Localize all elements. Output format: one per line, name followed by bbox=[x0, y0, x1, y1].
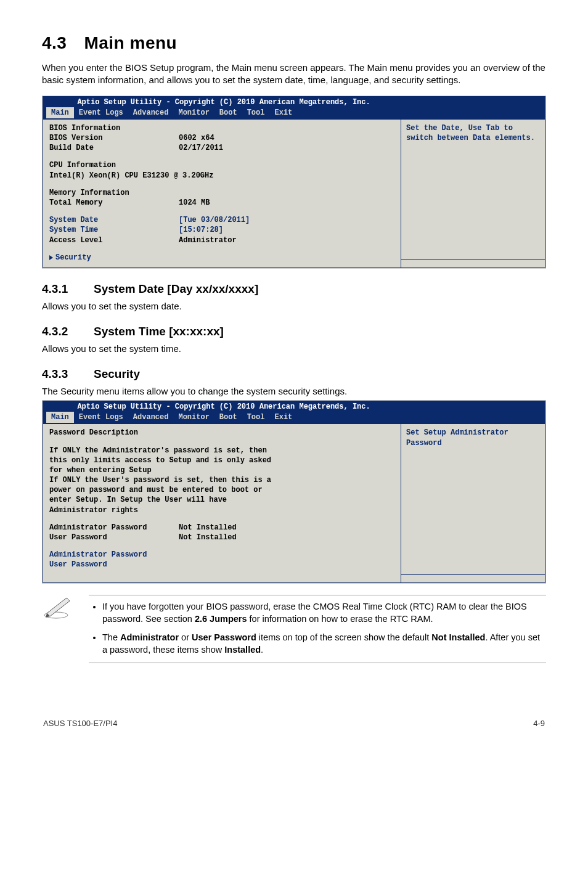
bios2-main-panel: Password Description If ONLY the Adminis… bbox=[43, 423, 401, 582]
note2-pre: The bbox=[102, 632, 120, 642]
note2-mid2: items on top of the screen show the defa… bbox=[256, 632, 432, 642]
system-date-label[interactable]: System Date bbox=[49, 215, 179, 225]
security-menu-label: Security bbox=[55, 253, 91, 262]
note1-bold: 2.6 Jumpers bbox=[195, 614, 247, 624]
user-password-menu-item[interactable]: User Password bbox=[49, 560, 394, 570]
bios-version-label: BIOS Version bbox=[49, 133, 179, 143]
subsection-431: 4.3.1System Date [Day xx/xx/xxxx] bbox=[42, 282, 546, 296]
subsection-431-text: Allows you to set the system date. bbox=[42, 301, 546, 311]
bios-help-text: Set the Date, Use Tab to switch between … bbox=[406, 123, 540, 257]
bios-tab-eventlogs[interactable]: Event Logs bbox=[74, 107, 128, 118]
subsection-433-num: 4.3.3 bbox=[42, 367, 94, 381]
note-pencil-icon bbox=[42, 595, 74, 623]
bios2-tab-tool[interactable]: Tool bbox=[242, 412, 270, 423]
subsection-432: 4.3.2System Time [xx:xx:xx] bbox=[42, 325, 546, 338]
user-password-value: Not Installed bbox=[179, 533, 394, 542]
password-description-title: Password Description bbox=[49, 428, 394, 438]
admin-password-menu-item[interactable]: Administrator Password bbox=[49, 550, 394, 560]
footer-right: 4-9 bbox=[533, 719, 545, 728]
subsection-432-text: Allows you to set the system time. bbox=[42, 343, 546, 354]
admin-password-value: Not Installed bbox=[179, 523, 394, 533]
bios-main-panel: BIOS Information BIOS Version0602 x64 Bu… bbox=[43, 119, 401, 268]
bios-tab-exit[interactable]: Exit bbox=[269, 107, 297, 118]
system-time-label[interactable]: System Time bbox=[49, 225, 179, 235]
build-date-label: Build Date bbox=[49, 143, 179, 153]
subsection-433-title: Security bbox=[94, 367, 140, 380]
bios2-help-panel: Set Setup Administrator Password bbox=[401, 423, 545, 582]
bios-tab-monitor[interactable]: Monitor bbox=[173, 107, 214, 118]
build-date-value: 02/17/2011 bbox=[179, 143, 394, 153]
total-memory-value: 1024 MB bbox=[179, 198, 394, 208]
cpu-model: Intel(R) Xeon(R) CPU E31230 @ 3.20GHz bbox=[49, 171, 394, 181]
bios2-tab-bar: Main Event Logs Advanced Monitor Boot To… bbox=[43, 412, 545, 423]
bios-keys-box bbox=[401, 259, 545, 268]
note-content: If you have forgotten your BIOS password… bbox=[89, 595, 546, 663]
total-memory-label: Total Memory bbox=[49, 198, 179, 208]
bios2-tab-advanced[interactable]: Advanced bbox=[128, 412, 174, 423]
user-password-label: User Password bbox=[49, 533, 179, 542]
mem-info-title: Memory Information bbox=[49, 188, 394, 198]
access-level-value: Administrator bbox=[179, 235, 394, 245]
section-number: 4.3 bbox=[42, 33, 67, 53]
note2-b3: Not Installed bbox=[431, 632, 485, 642]
bios-tab-tool[interactable]: Tool bbox=[242, 107, 270, 118]
note-box: If you have forgotten your BIOS password… bbox=[42, 595, 546, 663]
cpu-info-title: CPU Information bbox=[49, 160, 394, 170]
bios-info-title: BIOS Information bbox=[49, 123, 394, 133]
bios2-tab-exit[interactable]: Exit bbox=[269, 412, 297, 423]
subsection-431-title: System Date [Day xx/xx/xxxx] bbox=[94, 282, 258, 295]
system-time-value[interactable]: [15:07:28] bbox=[179, 225, 394, 235]
bios-screenshot-main: Aptio Setup Utility - Copyright (C) 2010… bbox=[42, 96, 546, 269]
subsection-431-num: 4.3.1 bbox=[42, 282, 94, 296]
note1-text-post: for information on how to erase the RTC … bbox=[247, 614, 433, 624]
bios2-keys-box bbox=[401, 574, 545, 582]
bios-help-panel: Set the Date, Use Tab to switch between … bbox=[401, 119, 545, 268]
subsection-432-num: 4.3.2 bbox=[42, 325, 94, 338]
triangle-right-icon bbox=[49, 255, 53, 260]
note-item-1: If you have forgotten your BIOS password… bbox=[102, 600, 544, 626]
bios2-tab-main[interactable]: Main bbox=[46, 412, 74, 423]
subsection-433-text: The Security menu items allow you to cha… bbox=[42, 386, 546, 396]
bios2-tab-monitor[interactable]: Monitor bbox=[173, 412, 214, 423]
section-intro: When you enter the BIOS Setup program, t… bbox=[42, 62, 546, 87]
note2-b2: User Password bbox=[192, 632, 256, 642]
bios2-tab-eventlogs[interactable]: Event Logs bbox=[74, 412, 128, 423]
page-footer: ASUS TS100-E7/PI4 4-9 bbox=[42, 719, 546, 728]
subsection-433: 4.3.3Security bbox=[42, 367, 546, 381]
footer-left: ASUS TS100-E7/PI4 bbox=[43, 719, 117, 728]
password-description-text: If ONLY the Administrator's password is … bbox=[49, 446, 284, 515]
system-date-value[interactable]: [Tue 03/08/2011] bbox=[179, 215, 394, 225]
bios-version-value: 0602 x64 bbox=[179, 133, 394, 143]
note2-mid1: or bbox=[179, 632, 192, 642]
admin-password-label: Administrator Password bbox=[49, 523, 179, 533]
subsection-432-title: System Time [xx:xx:xx] bbox=[94, 325, 224, 338]
note-item-2: The Administrator or User Password items… bbox=[102, 631, 544, 656]
note2-post: . bbox=[261, 645, 263, 655]
bios-tab-boot[interactable]: Boot bbox=[214, 107, 242, 118]
note2-b4: Installed bbox=[224, 645, 261, 655]
access-level-label: Access Level bbox=[49, 235, 179, 245]
bios-tab-bar: Main Event Logs Advanced Monitor Boot To… bbox=[43, 107, 545, 119]
section-title-text: Main menu bbox=[84, 33, 177, 52]
security-menu-item[interactable]: Security bbox=[49, 253, 394, 263]
bios-screenshot-security: Aptio Setup Utility - Copyright (C) 2010… bbox=[42, 400, 546, 584]
section-heading: 4.3Main menu bbox=[42, 33, 546, 53]
bios2-help-text: Set Setup Administrator Password bbox=[406, 428, 540, 571]
bios-header: Aptio Setup Utility - Copyright (C) 2010… bbox=[43, 96, 545, 107]
bios2-header: Aptio Setup Utility - Copyright (C) 2010… bbox=[43, 401, 545, 412]
bios2-tab-boot[interactable]: Boot bbox=[214, 412, 242, 423]
note2-b1: Administrator bbox=[120, 632, 179, 642]
bios-tab-advanced[interactable]: Advanced bbox=[128, 107, 174, 118]
bios-tab-main[interactable]: Main bbox=[46, 107, 74, 118]
